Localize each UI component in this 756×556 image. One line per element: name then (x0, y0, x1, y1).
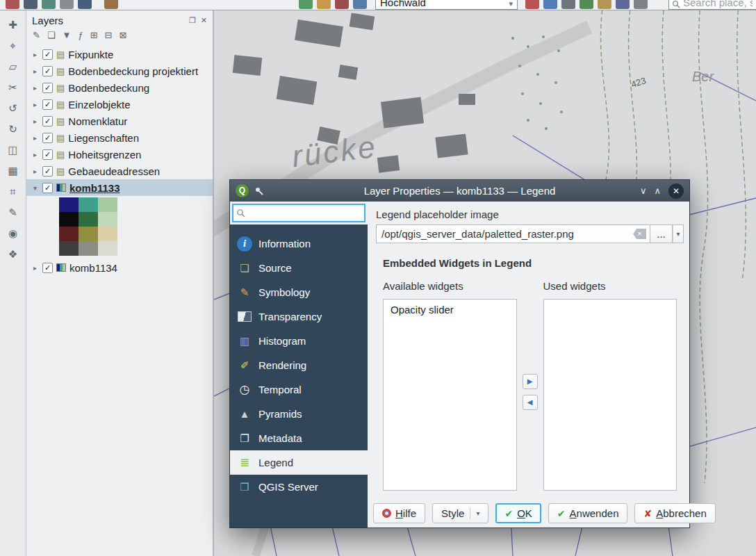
layer-checkbox[interactable]: ✓ (42, 99, 53, 110)
expand-arrow-icon[interactable]: ▸ (31, 151, 39, 158)
grid-tool-icon[interactable]: ⌗ (4, 184, 22, 199)
tab-source[interactable]: Source (230, 256, 368, 280)
layer-tree-item[interactable]: ▸ ✓ ▤ Einzelobjekte (26, 96, 213, 113)
browse-button[interactable]: ... (650, 224, 673, 243)
layer-checkbox[interactable]: ✓ (42, 263, 53, 273)
layer-tree-item[interactable]: ▸ ✓ ▤ Bodenbedeckung (26, 79, 213, 96)
cancel-button[interactable]: ✘Abbrechen (634, 503, 715, 523)
tab-qgis-server[interactable]: QGIS Server (230, 475, 368, 499)
layer-checkbox[interactable]: ✓ (42, 49, 53, 60)
add-widget-button[interactable]: ▶ (523, 374, 538, 389)
remove-layer-icon[interactable]: ⊠ (119, 30, 126, 40)
layer-checkbox[interactable]: ✓ (42, 83, 53, 93)
node-tool-icon[interactable]: ◉ (4, 226, 22, 241)
layer-tree-item[interactable]: ▸ ✓ ▤ Hoheitsgrenzen (26, 146, 213, 163)
style-button[interactable]: Style▾ (432, 503, 488, 523)
toolbar-icon[interactable] (580, 0, 593, 9)
toolbar-icon[interactable] (598, 0, 611, 9)
expand-arrow-icon[interactable]: ▸ (31, 51, 39, 58)
layer-checkbox[interactable]: ✓ (42, 116, 53, 126)
layer-checkbox[interactable]: ✓ (42, 133, 53, 143)
pin-icon[interactable] (254, 186, 264, 196)
toolbar-icon[interactable] (42, 0, 56, 9)
used-widgets-list[interactable] (543, 299, 677, 491)
target-icon[interactable]: ⌖ (4, 38, 22, 54)
expand-arrow-icon[interactable]: ▸ (31, 264, 39, 272)
expand-arrow-icon[interactable]: ▸ (31, 101, 39, 108)
tab-metadata[interactable]: Metadata (230, 426, 368, 450)
properties-search-field[interactable] (232, 204, 365, 222)
merge-icon[interactable]: ◫ (4, 142, 22, 158)
place-search-field[interactable] (668, 0, 756, 10)
toolbar-icon[interactable] (317, 0, 331, 9)
expand-arrow-icon[interactable]: ▾ (31, 184, 39, 192)
filter-legend-icon[interactable]: ▼ (63, 30, 72, 40)
layer-checkbox[interactable]: ✓ (42, 183, 53, 193)
toolbar-icon[interactable] (353, 0, 367, 9)
expand-arrow-icon[interactable]: ▸ (31, 134, 39, 142)
expand-arrow-icon[interactable]: ▸ (31, 117, 39, 125)
close-panel-icon[interactable]: ✕ (201, 16, 207, 25)
list-item[interactable]: Opacity slider (391, 304, 509, 316)
available-widgets-list[interactable]: Opacity slider (383, 299, 517, 491)
tab-information[interactable]: Information (230, 231, 368, 256)
dialog-titlebar[interactable]: Q Layer Properties — komb1133 — Legend ∨… (230, 180, 689, 202)
split-icon[interactable]: ✂ (4, 80, 22, 95)
digitize-icon[interactable]: ✚ (4, 17, 22, 33)
layer-tree-item-selected[interactable]: ▾ ✓ komb1133 (26, 179, 213, 196)
polygon-icon[interactable]: ▱ (4, 59, 22, 74)
add-group-icon[interactable]: ❏ (47, 30, 56, 40)
collapse-all-icon[interactable]: ⊟ (105, 30, 113, 40)
filter-expression-icon[interactable]: ƒ (78, 30, 83, 40)
tab-legend[interactable]: Legend (230, 450, 368, 475)
tab-histogram[interactable]: Histogram (230, 329, 368, 353)
image-path-field[interactable]: × (376, 224, 650, 243)
edit-tool-icon[interactable]: ✎ (4, 205, 22, 220)
layer-checkbox[interactable]: ✓ (42, 149, 53, 160)
locator-combobox[interactable]: Hochwald ▾ (375, 0, 518, 10)
tab-transparency[interactable]: Transparency (230, 304, 368, 329)
toolbar-icon[interactable] (634, 0, 648, 9)
toolbar-icon[interactable] (335, 0, 349, 9)
layer-tree-item[interactable]: ▸ ✓ komb1134 (26, 259, 213, 276)
tab-temporal[interactable]: Temporal (230, 377, 368, 402)
layer-tree-item[interactable]: ▸ ✓ ▤ Liegenschaften (26, 129, 213, 146)
toolbar-icon[interactable] (525, 0, 539, 9)
layer-styling-icon[interactable]: ✎ (33, 30, 40, 40)
expand-arrow-icon[interactable]: ▸ (31, 167, 39, 175)
browse-dropdown-icon[interactable]: ▾ (673, 224, 684, 243)
toolbar-icon[interactable] (104, 0, 118, 9)
toolbar-icon[interactable] (616, 0, 630, 9)
ok-button[interactable]: ✔OK (495, 503, 541, 523)
toolbar-icon[interactable] (24, 0, 38, 9)
layer-checkbox[interactable]: ✓ (42, 66, 53, 76)
close-icon[interactable]: ✕ (668, 183, 684, 199)
apply-button[interactable]: ✔Anwenden (548, 503, 628, 523)
toolbar-icon[interactable] (543, 0, 557, 9)
remove-widget-button[interactable]: ◀ (523, 395, 538, 410)
expand-all-icon[interactable]: ⊞ (90, 30, 98, 40)
place-search-input[interactable] (683, 0, 753, 8)
redo-icon[interactable]: ↻ (4, 122, 22, 137)
expand-arrow-icon[interactable]: ▸ (31, 84, 39, 92)
raster-tool-icon[interactable]: ▦ (4, 163, 22, 179)
clear-icon[interactable]: × (633, 229, 646, 239)
help-button[interactable]: Hilfe (373, 503, 425, 523)
image-path-input[interactable] (381, 228, 630, 240)
layer-checkbox[interactable]: ✓ (42, 166, 53, 177)
shade-down-icon[interactable]: ∨ (640, 186, 647, 196)
toolbar-icon[interactable] (6, 0, 19, 9)
layer-tree-item[interactable]: ▸ ✓ ▤ Fixpunkte (26, 46, 213, 63)
toolbar-icon[interactable] (60, 0, 74, 9)
properties-search-input[interactable] (248, 207, 361, 219)
expand-arrow-icon[interactable]: ▸ (31, 67, 39, 75)
toolbar-icon[interactable] (299, 0, 313, 9)
select-tool-icon[interactable]: ❖ (4, 247, 22, 262)
layer-tree-item[interactable]: ▸ ✓ ▤ Gebaeudeadressen (26, 163, 213, 179)
dock-panel-icon[interactable]: ❐ (189, 16, 196, 25)
layer-tree-item[interactable]: ▸ ✓ ▤ Nomenklatur (26, 113, 213, 129)
undo-icon[interactable]: ↺ (4, 101, 22, 116)
tab-symbology[interactable]: Symbology (230, 280, 368, 304)
layer-tree-item[interactable]: ▸ ✓ ▤ Bodenbedeckung projektiert (26, 63, 213, 79)
shade-up-icon[interactable]: ∧ (654, 186, 661, 196)
